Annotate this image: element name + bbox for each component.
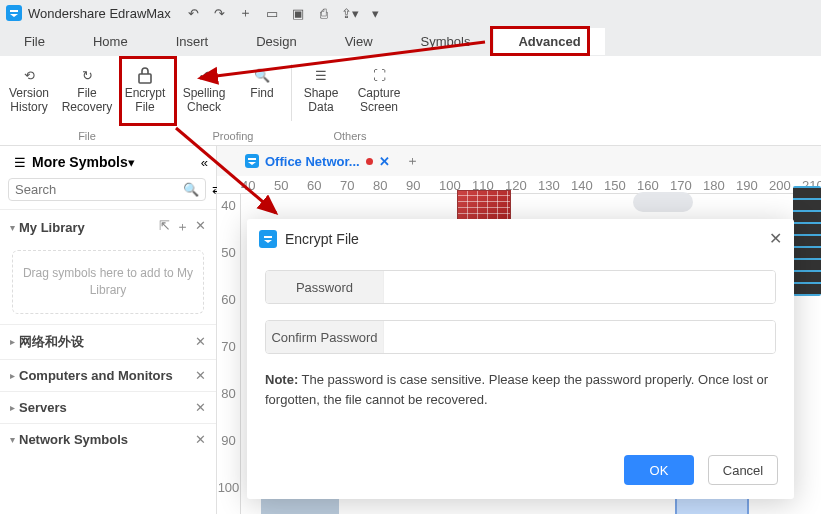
section-label: 网络和外设: [19, 333, 195, 351]
tab-view[interactable]: View: [321, 28, 397, 55]
section-label: Servers: [19, 400, 195, 415]
section-my-library: ▾ My Library ⇱ ＋ ✕ Drag symbols here to …: [0, 209, 216, 324]
ribbon: ⟲ Version History ↻ File Recovery Encryp…: [0, 56, 821, 146]
dialog-close-button[interactable]: ✕: [769, 229, 782, 248]
app-logo: [6, 5, 22, 21]
capture-screen-button[interactable]: ⛶ Capture Screen: [350, 56, 408, 124]
section-head-computers[interactable]: ▸ Computers and Monitors ✕: [0, 360, 216, 391]
chevron-right-icon: ▸: [10, 370, 15, 381]
section-label: Computers and Monitors: [19, 368, 195, 383]
svg-rect-0: [139, 74, 151, 83]
list-icon: ☰: [310, 64, 332, 86]
firewall-shape[interactable]: [457, 190, 511, 220]
ribbon-group-caption: Proofing: [213, 124, 254, 145]
section-net-cn: ▸ 网络和外设 ✕: [0, 324, 216, 359]
close-icon[interactable]: ✕: [195, 218, 206, 236]
add-tab-button[interactable]: ＋: [404, 152, 422, 170]
doc-tab-label: Office Networ...: [265, 154, 360, 169]
confirm-password-row: Confirm Password: [265, 320, 776, 354]
export-icon[interactable]: ⇪▾: [343, 6, 357, 20]
password-input[interactable]: [384, 271, 775, 303]
undo-icon[interactable]: ↶: [187, 6, 201, 20]
search-icon[interactable]: 🔍: [183, 182, 199, 197]
dialog-header: Encrypt File ✕: [247, 219, 794, 258]
section-computers: ▸ Computers and Monitors ✕: [0, 359, 216, 391]
abc-check-icon: ✔: [193, 64, 215, 86]
redo-icon[interactable]: ↷: [213, 6, 227, 20]
tab-file[interactable]: File: [0, 28, 69, 55]
note-body: The password is case sensitive. Please k…: [265, 372, 768, 407]
section-network-symbols: ▾ Network Symbols ✕: [0, 423, 216, 455]
new-icon[interactable]: ＋: [239, 6, 253, 20]
note-text: Note: The password is case sensitive. Pl…: [265, 370, 776, 409]
chevron-right-icon: ▸: [10, 336, 15, 347]
chevron-down-icon[interactable]: ▾: [128, 155, 135, 170]
router-shape[interactable]: [633, 192, 693, 212]
close-icon[interactable]: ✕: [195, 400, 206, 415]
chevron-down-icon: ▾: [10, 222, 15, 233]
close-icon[interactable]: ✕: [195, 368, 206, 383]
password-label: Password: [266, 271, 384, 303]
tab-insert[interactable]: Insert: [152, 28, 233, 55]
print-icon[interactable]: ⎙: [317, 6, 331, 20]
section-servers: ▸ Servers ✕: [0, 391, 216, 423]
title-bar: Wondershare EdrawMax ↶ ↷ ＋ ▭ ▣ ⎙ ⇪▾ ▾: [0, 0, 821, 26]
library-dropzone[interactable]: Drag symbols here to add to My Library: [12, 250, 204, 314]
ribbon-group-file: ⟲ Version History ↻ File Recovery Encryp…: [0, 56, 174, 145]
crop-icon: ⛶: [368, 64, 390, 86]
dialog-title: Encrypt File: [285, 231, 359, 247]
tab-advanced[interactable]: Advanced: [494, 28, 604, 55]
version-history-button[interactable]: ⟲ Version History: [0, 56, 58, 124]
close-icon[interactable]: ✕: [195, 432, 206, 447]
section-head-my-library[interactable]: ▾ My Library ⇱ ＋ ✕: [0, 210, 216, 244]
encrypt-file-dialog: Encrypt File ✕ Password Confirm Password…: [247, 219, 794, 499]
tab-design[interactable]: Design: [232, 28, 320, 55]
tab-symbols[interactable]: Symbols: [397, 28, 495, 55]
section-label: My Library: [19, 220, 159, 235]
plus-icon[interactable]: ＋: [176, 218, 189, 236]
note-label: Note:: [265, 372, 298, 387]
encrypt-file-button[interactable]: Encrypt File: [116, 56, 174, 124]
close-icon[interactable]: ✕: [195, 334, 206, 349]
spelling-check-button[interactable]: ✔ Spelling Check: [175, 56, 233, 124]
sidebar-title: More Symbols: [32, 154, 128, 170]
section-head-net-cn[interactable]: ▸ 网络和外设 ✕: [0, 325, 216, 359]
save-icon[interactable]: ▣: [291, 6, 305, 20]
confirm-password-input[interactable]: [384, 321, 775, 353]
shape-data-button[interactable]: ☰ Shape Data: [292, 56, 350, 124]
edraw-dialog-icon: [259, 230, 277, 248]
sidebar-header: ☰ More Symbols▾ «: [0, 146, 216, 178]
app-title: Wondershare EdrawMax: [28, 6, 171, 21]
ok-button[interactable]: OK: [624, 455, 694, 485]
ribbon-group-caption: Others: [333, 124, 366, 145]
confirm-password-label: Confirm Password: [266, 321, 384, 353]
collapse-sidebar-icon[interactable]: «: [201, 155, 208, 170]
password-row: Password: [265, 270, 776, 304]
document-tabs: Office Networ... ✕ ＋: [217, 146, 821, 176]
doc-tab-office-network[interactable]: Office Networ... ✕: [237, 150, 398, 173]
cancel-button[interactable]: Cancel: [708, 455, 778, 485]
ribbon-group-proofing: ✔ Spelling Check 🔍 Find Proofing: [175, 56, 291, 145]
close-tab-icon[interactable]: ✕: [379, 154, 390, 169]
edraw-doc-icon: [245, 154, 259, 168]
ribbon-group-others: ☰ Shape Data ⛶ Capture Screen Others: [292, 56, 408, 145]
open-icon[interactable]: ▭: [265, 6, 279, 20]
menu-tabs: File Home Insert Design View Symbols Adv…: [0, 26, 821, 56]
lock-icon: [134, 64, 156, 86]
section-head-servers[interactable]: ▸ Servers ✕: [0, 392, 216, 423]
unsaved-dot-icon: [366, 158, 373, 165]
export-library-icon[interactable]: ⇱: [159, 218, 170, 236]
sidebar: ☰ More Symbols▾ « 🔍 ⇄ ▾ My Library ⇱ ＋ ✕…: [0, 146, 217, 514]
search-input[interactable]: [15, 182, 183, 197]
hamburger-icon[interactable]: ☰: [14, 155, 26, 170]
file-recovery-button[interactable]: ↻ File Recovery: [58, 56, 116, 124]
search-box[interactable]: 🔍: [8, 178, 206, 201]
ruler-vertical: 405060708090100110120: [217, 194, 241, 514]
ruler-horizontal: 4050607080901001101201301401501601701801…: [217, 176, 821, 194]
ribbon-group-caption: File: [78, 124, 96, 145]
more-qat-icon[interactable]: ▾: [369, 6, 383, 20]
section-head-network-symbols[interactable]: ▾ Network Symbols ✕: [0, 424, 216, 455]
server-rack-shape[interactable]: [793, 186, 821, 296]
find-button[interactable]: 🔍 Find: [233, 56, 291, 124]
tab-home[interactable]: Home: [69, 28, 152, 55]
